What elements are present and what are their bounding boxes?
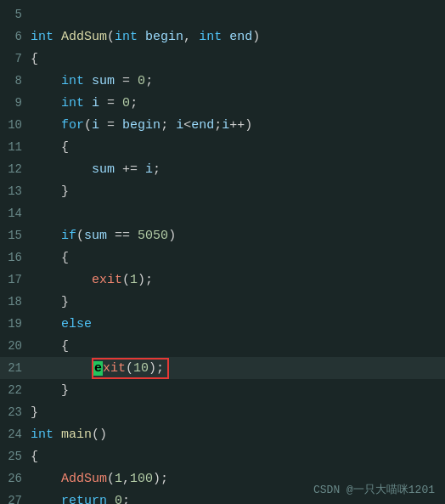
line-content: int main() (31, 428, 107, 442)
line-number: 7 (0, 52, 31, 65)
code-line-22: 22 } (0, 379, 445, 401)
line-number: 14 (0, 207, 31, 220)
code-line-21: 21 exit(10); (0, 357, 445, 379)
line-number: 24 (0, 428, 31, 441)
line-content: exit(1); (31, 273, 153, 287)
line-number: 23 (0, 405, 31, 419)
line-content: { (31, 450, 38, 464)
line-content: exit(10); (31, 358, 169, 379)
line-number: 15 (0, 229, 31, 242)
code-line-9: 9 int i = 0; (0, 92, 445, 114)
code-line-13: 13 } (0, 180, 445, 202)
line-content: } (31, 295, 69, 309)
line-content: else (31, 317, 92, 331)
watermark: CSDN @一只大喵咪1201 (313, 482, 435, 497)
code-line-7: 7 { (0, 48, 445, 70)
line-number: 5 (0, 8, 31, 21)
line-number: 27 (0, 494, 31, 504)
code-line-15: 15 if(sum == 5050) (0, 224, 445, 246)
line-number: 22 (0, 383, 31, 397)
line-content: { (31, 140, 69, 155)
line-number: 12 (0, 162, 31, 176)
line-number: 9 (0, 96, 31, 110)
line-content: int sum = 0; (31, 74, 153, 88)
code-line-17: 17 exit(1); (0, 269, 445, 291)
line-content: for(i = begin; i<end;i++) (31, 118, 252, 133)
code-line-20: 20 { (0, 335, 445, 357)
line-number: 20 (0, 339, 31, 353)
line-content: } (31, 184, 69, 199)
line-content: return 0; (31, 494, 130, 505)
line-content: AddSum(1,100); (31, 472, 168, 486)
line-number: 26 (0, 472, 31, 485)
line-number: 18 (0, 295, 31, 309)
code-line-10: 10 for(i = begin; i<end;i++) (0, 114, 445, 136)
code-line-8: 8 int sum = 0; (0, 70, 445, 92)
line-content: int AddSum(int begin, int end) (31, 30, 260, 44)
code-editor: 5 6 int AddSum(int begin, int end) 7 { 8… (0, 0, 445, 504)
line-number: 8 (0, 74, 31, 88)
code-line-12: 12 sum += i; (0, 158, 445, 180)
line-content: } (31, 383, 69, 398)
code-line-19: 19 else (0, 313, 445, 335)
line-number: 11 (0, 140, 31, 154)
line-number: 6 (0, 30, 31, 43)
code-line-25: 25 { (0, 445, 445, 467)
line-content: int i = 0; (31, 96, 138, 110)
code-line-5: 5 (0, 3, 445, 25)
code-line-6: 6 int AddSum(int begin, int end) (0, 25, 445, 48)
line-content: { (31, 52, 38, 66)
line-content: { (31, 339, 69, 354)
code-area: 5 6 int AddSum(int begin, int end) 7 { 8… (0, 0, 445, 504)
code-line-24: 24 int main() (0, 423, 445, 445)
line-number: 16 (0, 251, 31, 264)
line-number: 19 (0, 317, 31, 331)
code-line-11: 11 { (0, 136, 445, 158)
line-number: 17 (0, 273, 31, 286)
line-number: 25 (0, 450, 31, 463)
code-line-23: 23 } (0, 401, 445, 423)
line-content: } (31, 405, 38, 420)
line-number: 13 (0, 184, 31, 198)
code-line-16: 16 { (0, 246, 445, 269)
line-content: { (31, 251, 69, 265)
line-number: 10 (0, 118, 31, 132)
code-line-14: 14 (0, 202, 445, 224)
line-content: if(sum == 5050) (31, 229, 176, 243)
code-line-18: 18 } (0, 291, 445, 313)
line-content: sum += i; (31, 162, 161, 177)
line-number: 21 (0, 361, 31, 375)
